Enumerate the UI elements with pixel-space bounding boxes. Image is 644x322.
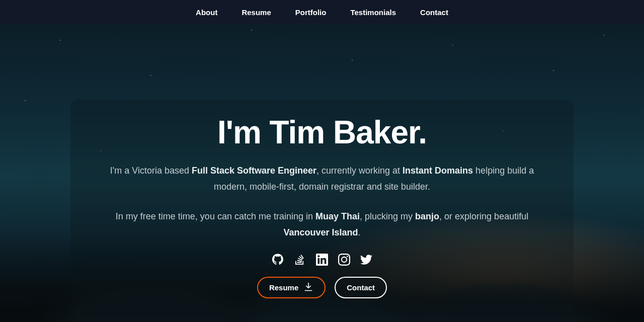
resume-button[interactable]: Resume xyxy=(257,277,326,298)
top-nav: About Resume Portfolio Testimonials Cont… xyxy=(0,0,644,24)
hero-p1-s0: Full Stack Software Engineer xyxy=(192,166,316,176)
social-links xyxy=(91,254,553,266)
hero-p2-s2: Vancouver Island xyxy=(283,227,358,237)
nav-portfolio[interactable]: Portfolio xyxy=(295,8,327,17)
stackoverflow-icon[interactable] xyxy=(294,254,306,266)
contact-button-label: Contact xyxy=(347,283,375,292)
hero-p2-t2: , or exploring beautiful xyxy=(439,211,528,221)
hero-description-1: I'm a Victoria based Full Stack Software… xyxy=(97,163,547,195)
resume-button-label: Resume xyxy=(269,283,298,292)
hero-p1-t0: I'm a Victoria based xyxy=(110,166,192,176)
hero-description-2: In my free time time, you can catch me t… xyxy=(97,209,547,240)
instagram-icon[interactable] xyxy=(338,254,350,266)
nav-about[interactable]: About xyxy=(196,8,217,17)
hero-actions: Resume Contact xyxy=(91,277,553,298)
contact-button[interactable]: Contact xyxy=(335,277,387,298)
hero-p2-t1: , plucking my xyxy=(360,211,415,221)
hero-p1-t1: , currently working at xyxy=(316,166,403,176)
nav-contact[interactable]: Contact xyxy=(420,8,448,17)
linkedin-icon[interactable] xyxy=(316,254,328,266)
hero-p2-s1: banjo xyxy=(415,211,439,221)
github-icon[interactable] xyxy=(272,254,284,266)
nav-testimonials[interactable]: Testimonials xyxy=(350,8,396,17)
twitter-icon[interactable] xyxy=(360,254,372,266)
hero-title: I'm Tim Baker. xyxy=(91,114,553,151)
hero-p2-s0: Muay Thai xyxy=(315,211,360,221)
download-icon xyxy=(303,282,313,293)
hero-card: I'm Tim Baker. I'm a Victoria based Full… xyxy=(70,100,574,316)
hero-p2-t0: In my free time time, you can catch me t… xyxy=(116,211,315,221)
hero-p2-t3: . xyxy=(358,227,361,237)
hero-p1-s1: Instant Domains xyxy=(403,166,473,176)
nav-resume[interactable]: Resume xyxy=(242,8,271,17)
